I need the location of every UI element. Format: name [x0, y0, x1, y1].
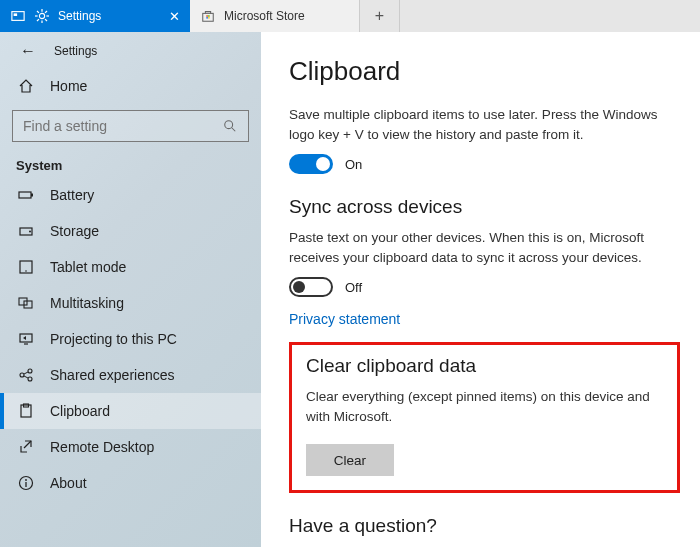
svg-line-34: [24, 441, 31, 448]
clipboard-icon: [18, 403, 34, 419]
sidebar-item-label: Battery: [50, 187, 94, 203]
info-icon: [18, 475, 34, 491]
sidebar-item-storage[interactable]: Storage: [0, 213, 261, 249]
sidebar-group: System: [0, 152, 261, 177]
sync-description: Paste text on your other devices. When t…: [289, 228, 659, 267]
page-title: Clipboard: [289, 56, 680, 87]
clear-heading: Clear clipboard data: [306, 355, 663, 377]
tab-label: Settings: [58, 9, 101, 23]
sidebar-item-battery[interactable]: Battery: [0, 177, 261, 213]
svg-point-27: [20, 373, 24, 377]
history-toggle-label: On: [345, 157, 362, 172]
clear-section-highlight: Clear clipboard data Clear everything (e…: [289, 342, 680, 493]
close-icon[interactable]: ✕: [169, 9, 180, 24]
home-icon: [18, 78, 34, 94]
gear-icon: [34, 8, 50, 24]
multitasking-icon: [18, 295, 34, 311]
svg-line-7: [37, 11, 39, 13]
sidebar-item-label: Clipboard: [50, 403, 110, 419]
projecting-icon: [18, 331, 34, 347]
tablet-icon: [18, 259, 34, 275]
history-toggle[interactable]: [289, 154, 333, 174]
store-icon: [200, 8, 216, 24]
svg-line-17: [232, 128, 236, 132]
svg-line-8: [45, 19, 47, 21]
sidebar-item-remote[interactable]: Remote Desktop: [0, 429, 261, 465]
svg-rect-13: [208, 15, 210, 17]
sync-toggle-label: Off: [345, 280, 362, 295]
sidebar-item-about[interactable]: About: [0, 465, 261, 501]
sync-heading: Sync across devices: [289, 196, 680, 218]
tab-store[interactable]: Microsoft Store: [190, 0, 360, 32]
sidebar: ← Settings Home System Battery: [0, 32, 261, 547]
sidebar-title: Settings: [54, 44, 97, 58]
clear-description: Clear everything (except pinned items) o…: [306, 387, 663, 426]
tab-label: Microsoft Store: [224, 9, 305, 23]
svg-rect-19: [31, 194, 33, 197]
content-pane: Clipboard Save multiple clipboard items …: [261, 32, 700, 547]
battery-icon: [18, 187, 34, 203]
svg-rect-12: [206, 15, 208, 17]
svg-point-16: [225, 121, 233, 129]
sidebar-item-label: Tablet mode: [50, 259, 126, 275]
remote-icon: [18, 439, 34, 455]
sidebar-item-label: Storage: [50, 223, 99, 239]
svg-point-36: [25, 479, 27, 481]
sync-toggle[interactable]: [289, 277, 333, 297]
sidebar-home[interactable]: Home: [0, 68, 261, 104]
question-heading: Have a question?: [289, 515, 680, 537]
svg-point-23: [25, 270, 27, 272]
settings-window: Settings ✕ Microsoft Store + ← Settings …: [0, 0, 700, 547]
svg-rect-15: [208, 17, 210, 19]
search-icon: [222, 118, 238, 134]
sidebar-item-multitasking[interactable]: Multitasking: [0, 285, 261, 321]
clear-button[interactable]: Clear: [306, 444, 394, 476]
sidebar-item-shared[interactable]: Shared experiences: [0, 357, 261, 393]
search-field[interactable]: [23, 118, 222, 134]
privacy-link[interactable]: Privacy statement: [289, 311, 400, 327]
svg-line-30: [24, 372, 28, 374]
svg-point-28: [28, 369, 32, 373]
svg-rect-1: [14, 13, 18, 16]
svg-point-21: [29, 231, 31, 233]
sidebar-item-tablet[interactable]: Tablet mode: [0, 249, 261, 285]
back-icon[interactable]: ←: [20, 42, 36, 60]
sidebar-item-projecting[interactable]: Projecting to this PC: [0, 321, 261, 357]
tab-settings[interactable]: Settings ✕: [0, 0, 190, 32]
svg-point-29: [28, 377, 32, 381]
svg-line-10: [45, 11, 47, 13]
titlebar: Settings ✕ Microsoft Store +: [0, 0, 700, 32]
svg-rect-14: [206, 17, 208, 19]
search-input[interactable]: [12, 110, 249, 142]
sidebar-item-label: Multitasking: [50, 295, 124, 311]
storage-icon: [18, 223, 34, 239]
sidebar-item-label: Projecting to this PC: [50, 331, 177, 347]
sidebar-item-label: About: [50, 475, 87, 491]
shared-icon: [18, 367, 34, 383]
svg-line-9: [37, 19, 39, 21]
sidebar-item-label: Shared experiences: [50, 367, 175, 383]
svg-line-31: [24, 376, 28, 378]
taskview-icon: [10, 8, 26, 24]
svg-point-2: [39, 13, 44, 18]
sidebar-item-clipboard[interactable]: Clipboard: [0, 393, 261, 429]
svg-rect-18: [19, 192, 31, 198]
home-label: Home: [50, 78, 87, 94]
history-description: Save multiple clipboard items to use lat…: [289, 105, 659, 144]
new-tab-button[interactable]: +: [360, 0, 400, 32]
sidebar-item-label: Remote Desktop: [50, 439, 154, 455]
